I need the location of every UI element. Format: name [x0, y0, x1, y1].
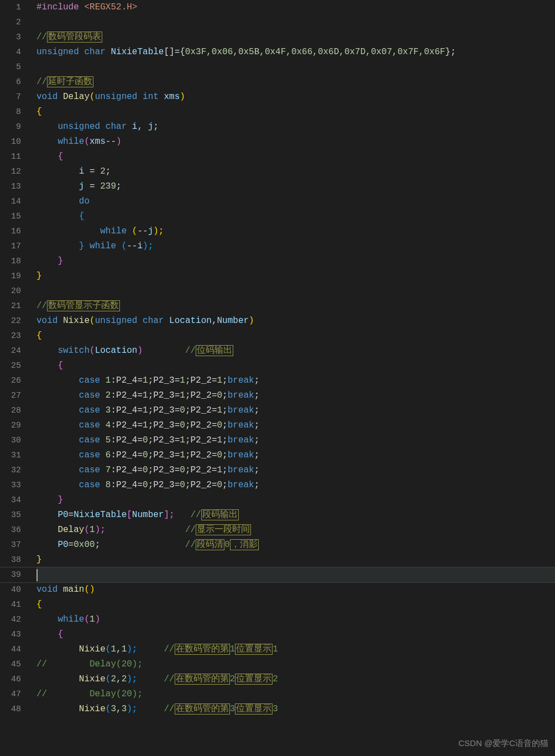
line-number: 17	[0, 239, 21, 254]
code-line[interactable]: void Nixie(unsigned char Location,Number…	[36, 314, 555, 329]
line-number: 45	[0, 657, 21, 672]
code-line[interactable]: {	[36, 209, 555, 224]
code-line[interactable]: //数码管段码表	[36, 30, 555, 45]
line-number: 33	[0, 478, 21, 493]
line-number: 40	[0, 582, 21, 597]
code-line[interactable]: //数码管显示子函数	[36, 299, 555, 314]
line-number: 28	[0, 403, 21, 418]
line-number: 8	[0, 105, 21, 119]
code-line[interactable]: unsigned char NixieTable[]={0x3F,0x06,0x…	[36, 45, 555, 60]
line-number: 44	[0, 642, 21, 657]
code-line[interactable]: case 6:P2_4=0;P2_3=1;P2_2=0;break;	[36, 448, 555, 463]
code-line[interactable]: Nixie(3,3); //在数码管的第3位置显示3	[36, 702, 555, 717]
line-number: 37	[0, 538, 21, 552]
code-area[interactable]: #include <REGX52.H> //数码管段码表unsigned cha…	[29, 0, 555, 756]
line-number: 21	[0, 299, 21, 314]
line-number: 19	[0, 269, 21, 284]
line-number: 15	[0, 209, 21, 224]
code-line[interactable]: case 1:P2_4=1;P2_3=1;P2_2=1;break;	[36, 373, 555, 388]
code-line[interactable]: while(xms--)	[36, 134, 555, 149]
code-line[interactable]: void Delay(unsigned int xms)	[36, 90, 555, 105]
code-line[interactable]: j = 239;	[36, 179, 555, 194]
line-number: 12	[0, 164, 21, 179]
code-line[interactable]: {	[36, 358, 555, 373]
line-number: 46	[0, 672, 21, 687]
code-line[interactable]: // Delay(20);	[36, 687, 555, 702]
line-number: 1	[0, 0, 21, 15]
code-line[interactable]: switch(Location) //位码输出	[36, 343, 555, 358]
code-line[interactable]: }	[36, 552, 555, 567]
code-line[interactable]	[36, 284, 555, 299]
line-number: 25	[0, 358, 21, 373]
code-editor[interactable]: 1234567891011121314151617181920212223242…	[0, 0, 555, 756]
line-number: 4	[0, 45, 21, 60]
line-number: 10	[0, 134, 21, 149]
code-line[interactable]: i = 2;	[36, 164, 555, 179]
line-number: 36	[0, 523, 21, 538]
line-number: 5	[0, 60, 21, 75]
line-number: 16	[0, 224, 21, 239]
code-line[interactable]: {	[36, 597, 555, 612]
code-line[interactable]: //延时子函数	[36, 75, 555, 90]
line-number: 18	[0, 254, 21, 269]
line-number: 32	[0, 463, 21, 478]
code-line[interactable]: Nixie(2,2); //在数码管的第2位置显示2	[36, 672, 555, 687]
code-line[interactable]: {	[36, 627, 555, 642]
code-line[interactable]: P0=NixieTable[Number]; //段码输出	[36, 508, 555, 523]
code-line[interactable]: {	[36, 149, 555, 164]
code-line[interactable]: Nixie(1,1); //在数码管的第1位置显示1	[36, 642, 555, 657]
code-line[interactable]: #include <REGX52.H>	[36, 0, 555, 15]
line-number: 42	[0, 612, 21, 627]
code-line[interactable]: }	[36, 493, 555, 508]
code-line[interactable]: case 2:P2_4=1;P2_3=1;P2_2=0;break;	[36, 388, 555, 403]
code-line[interactable]	[36, 567, 555, 582]
line-number: 2	[0, 15, 21, 30]
line-number: 26	[0, 373, 21, 388]
line-number-gutter: 1234567891011121314151617181920212223242…	[0, 0, 29, 756]
code-line[interactable]: }	[36, 254, 555, 269]
code-line[interactable]: // Delay(20);	[36, 657, 555, 672]
code-line[interactable]: {	[36, 329, 555, 343]
line-number: 31	[0, 448, 21, 463]
code-line[interactable]: {	[36, 105, 555, 119]
code-line[interactable]: unsigned char i, j;	[36, 119, 555, 134]
line-number: 14	[0, 194, 21, 209]
line-number: 9	[0, 119, 21, 134]
line-number: 35	[0, 508, 21, 523]
line-number: 48	[0, 702, 21, 717]
line-number: 34	[0, 493, 21, 508]
code-line[interactable]: } while (--i);	[36, 239, 555, 254]
line-number: 39	[0, 567, 21, 582]
text-cursor	[36, 569, 38, 581]
line-number: 3	[0, 30, 21, 45]
code-line[interactable]: }	[36, 269, 555, 284]
code-line[interactable]: Delay(1); //显示一段时间	[36, 523, 555, 538]
line-number: 11	[0, 149, 21, 164]
code-line[interactable]: case 3:P2_4=1;P2_3=0;P2_2=1;break;	[36, 403, 555, 418]
line-number: 13	[0, 179, 21, 194]
line-number: 6	[0, 75, 21, 90]
line-number: 29	[0, 418, 21, 433]
code-line[interactable]	[36, 60, 555, 75]
code-line[interactable]	[36, 15, 555, 30]
code-line[interactable]: while(1)	[36, 612, 555, 627]
line-number: 38	[0, 552, 21, 567]
line-number: 20	[0, 284, 21, 299]
code-line[interactable]: void main()	[36, 582, 555, 597]
line-number: 23	[0, 329, 21, 343]
code-line[interactable]: P0=0x00; //段码清0，消影	[36, 538, 555, 552]
code-line[interactable]: case 8:P2_4=0;P2_3=0;P2_2=0;break;	[36, 478, 555, 493]
line-number: 47	[0, 687, 21, 702]
code-line[interactable]: case 4:P2_4=1;P2_3=0;P2_2=0;break;	[36, 418, 555, 433]
code-line[interactable]: case 7:P2_4=0;P2_3=0;P2_2=1;break;	[36, 463, 555, 478]
line-number: 41	[0, 597, 21, 612]
line-number: 43	[0, 627, 21, 642]
line-number: 30	[0, 433, 21, 448]
line-number: 7	[0, 90, 21, 105]
line-number: 22	[0, 314, 21, 329]
code-line[interactable]: do	[36, 194, 555, 209]
code-line[interactable]: while (--j);	[36, 224, 555, 239]
line-number: 24	[0, 343, 21, 358]
line-number: 27	[0, 388, 21, 403]
code-line[interactable]: case 5:P2_4=0;P2_3=1;P2_2=1;break;	[36, 433, 555, 448]
